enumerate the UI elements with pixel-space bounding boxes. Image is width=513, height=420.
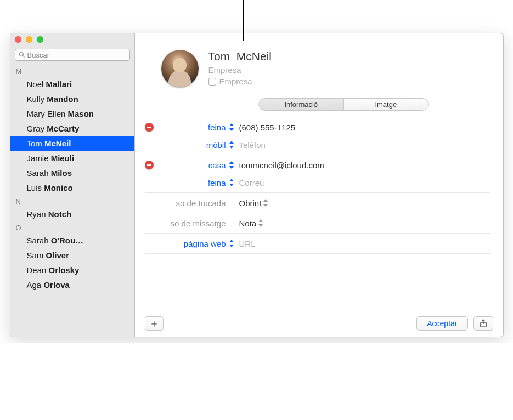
checkbox-icon: [208, 78, 216, 86]
contacts-window: Buscar M Noel Mallari Kully Mandon Mary …: [10, 33, 504, 337]
divider: [145, 155, 490, 155]
accept-button[interactable]: Acceptar: [416, 316, 467, 331]
remove-field-button[interactable]: [145, 161, 154, 169]
segmented-control: Informació Imatge: [258, 98, 429, 111]
section-header-o: O: [10, 222, 134, 233]
stepper-icon[interactable]: [229, 141, 235, 149]
section-header-m: M: [10, 65, 134, 77]
search-placeholder: Buscar: [27, 51, 49, 59]
callout-line: [243, 0, 244, 41]
contact-item[interactable]: Sam Oliver: [10, 248, 134, 263]
contact-item-selected[interactable]: Tom McNeil: [10, 136, 134, 151]
contact-item[interactable]: Dean Orlosky: [10, 263, 134, 277]
phone-work-row: feina (608) 555-1125: [145, 118, 490, 136]
contact-list[interactable]: M Noel Mallari Kully Mandon Mary Ellen M…: [10, 64, 134, 337]
stepper-icon: [263, 199, 269, 207]
texttone-label: so de missatge: [160, 219, 226, 228]
company-checkbox-label: Empresa: [219, 77, 252, 86]
contact-item[interactable]: Sarah O'Rou…: [10, 233, 134, 248]
remove-field-button[interactable]: [145, 123, 154, 132]
url-label-select[interactable]: pàgina web: [160, 239, 226, 248]
contact-item[interactable]: Gray McCarty: [10, 121, 134, 136]
share-button[interactable]: [473, 316, 493, 331]
stepper-icon[interactable]: [229, 123, 235, 131]
svg-line-1: [22, 56, 24, 58]
add-field-button[interactable]: ＋: [145, 316, 164, 331]
svg-point-0: [19, 53, 23, 56]
divider: [145, 213, 490, 213]
email-label-select[interactable]: feina: [160, 178, 226, 188]
contact-name[interactable]: Tom McNeil: [208, 50, 272, 63]
phone-value[interactable]: (608) 555-1125: [239, 123, 490, 132]
email-label-select[interactable]: casa: [160, 161, 226, 170]
minimize-window-button[interactable]: [26, 36, 32, 43]
contact-item[interactable]: Kully Mandon: [10, 92, 134, 106]
stepper-icon[interactable]: [229, 240, 235, 247]
zoom-window-button[interactable]: [37, 36, 43, 43]
section-header-n: N: [10, 195, 134, 207]
company-field[interactable]: Empresa: [208, 65, 272, 75]
contact-item[interactable]: Aga Orlova: [10, 277, 134, 292]
contact-fields: feina (608) 555-1125 mòbil Telèfon casa …: [135, 113, 503, 255]
search-input[interactable]: Buscar: [15, 49, 130, 61]
share-icon: [480, 319, 487, 328]
bottom-toolbar: ＋ Acceptar: [135, 310, 503, 337]
contact-item[interactable]: Jamie Mieuli: [10, 151, 134, 166]
contact-header: Tom McNeil Empresa Empresa: [135, 33, 503, 93]
contact-item[interactable]: Ryan Notch: [10, 207, 134, 222]
tab-info[interactable]: Informació: [259, 99, 343, 110]
plus-icon: ＋: [149, 317, 159, 330]
ringtone-value: Obrint: [239, 198, 262, 208]
contact-item[interactable]: Mary Ellen Mason: [10, 106, 134, 121]
email-home-row: casa tommcneil@icloud.com: [145, 156, 490, 174]
stepper-icon: [258, 219, 264, 227]
contact-item[interactable]: Luis Monico: [10, 180, 134, 195]
email-value[interactable]: tommcneil@icloud.com: [239, 161, 490, 170]
contact-item[interactable]: Noel Mallari: [10, 77, 134, 92]
texttone-row: so de missatge Nota: [145, 214, 490, 232]
callout-line: [193, 333, 193, 343]
phone-label-select[interactable]: mòbil: [160, 140, 226, 150]
phone-mobile-row: mòbil Telèfon: [145, 136, 490, 154]
ringtone-row: so de trucada Obrint: [145, 194, 490, 212]
url-row: pàgina web URL: [145, 235, 490, 252]
sidebar: Buscar M Noel Mallari Kully Mandon Mary …: [10, 33, 135, 337]
stepper-icon[interactable]: [229, 161, 235, 169]
contact-avatar[interactable]: [161, 50, 199, 87]
last-name: McNeil: [236, 50, 272, 63]
phone-placeholder[interactable]: Telèfon: [239, 140, 490, 150]
divider: [145, 233, 490, 234]
company-checkbox[interactable]: Empresa: [208, 77, 272, 86]
texttone-value: Nota: [239, 219, 257, 228]
close-window-button[interactable]: [15, 36, 21, 43]
email-placeholder[interactable]: Correu: [239, 178, 490, 188]
tab-image[interactable]: Imatge: [343, 99, 429, 110]
divider: [145, 192, 490, 193]
stepper-icon[interactable]: [229, 179, 235, 186]
url-placeholder[interactable]: URL: [239, 239, 490, 248]
divider: [145, 253, 490, 254]
contact-detail-pane: Tom McNeil Empresa Empresa Informació Im…: [135, 33, 503, 337]
texttone-select[interactable]: Nota: [239, 219, 490, 228]
phone-label-select[interactable]: feina: [160, 123, 226, 132]
search-icon: [19, 52, 25, 58]
ringtone-label: so de trucada: [160, 198, 226, 208]
contact-item[interactable]: Sarah Milos: [10, 166, 134, 180]
email-work-row: feina Correu: [145, 174, 490, 191]
ringtone-select[interactable]: Obrint: [239, 198, 490, 208]
first-name: Tom: [208, 50, 230, 63]
